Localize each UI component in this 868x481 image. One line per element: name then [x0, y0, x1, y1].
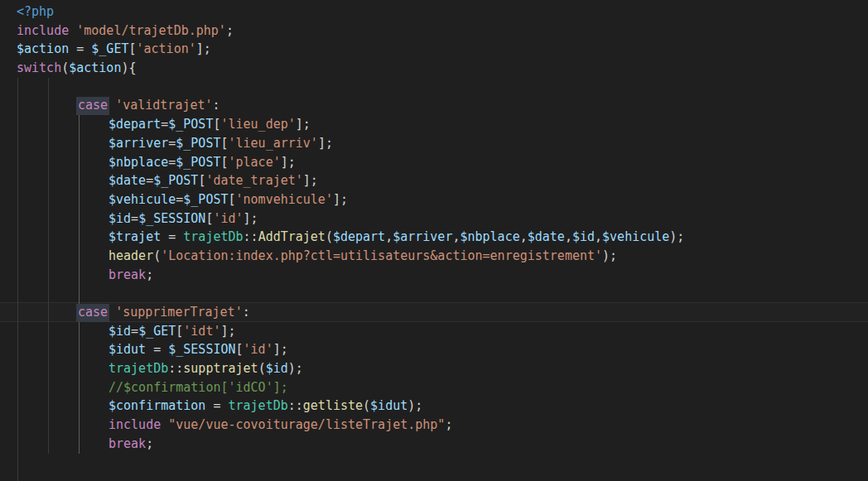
- token-punctuation: =: [205, 398, 228, 413]
- code-area[interactable]: <?phpinclude 'model/trajetDb.php';$actio…: [17, 2, 868, 481]
- token-variable: $idut: [370, 398, 407, 413]
- token-string: 'Location:index.php?ctl=utilisateurs&act…: [161, 248, 602, 263]
- token-variable: $_POST: [153, 173, 198, 188]
- code-line[interactable]: $idut = $_SESSION['id'];: [17, 340, 868, 359]
- token-class-name: trajetDb: [108, 361, 168, 376]
- token-punctuation: ;: [226, 23, 234, 38]
- token-punctuation: ,: [520, 229, 528, 244]
- token-punctuation: ];: [196, 41, 211, 56]
- token-variable: $date: [528, 229, 565, 244]
- code-line[interactable]: $nbplace=$_POST['place'];: [17, 153, 868, 172]
- token-variable: $_POST: [183, 192, 228, 207]
- token-variable: $_POST: [176, 155, 220, 170]
- token-punctuation: ];: [281, 155, 296, 170]
- code-editor: <?phpinclude 'model/trajetDb.php';$actio…: [0, 0, 868, 481]
- token-punctuation: =: [131, 324, 138, 339]
- code-line[interactable]: //$confirmation['idCO'];: [17, 378, 868, 397]
- token-punctuation: [: [176, 324, 183, 339]
- token-punctuation: ];: [318, 136, 333, 151]
- code-line[interactable]: <?php: [17, 2, 868, 22]
- token-punctuation: [: [236, 342, 244, 357]
- code-line[interactable]: [17, 284, 868, 303]
- code-line[interactable]: $confirmation = trajetDb::getliste($idut…: [17, 397, 868, 416]
- token-punctuation: (: [153, 248, 161, 263]
- token-punctuation: ];: [333, 192, 348, 207]
- token-punctuation: ];: [303, 173, 318, 188]
- code-line[interactable]: break;: [17, 435, 868, 454]
- token-punctuation: );: [669, 229, 684, 244]
- token-punctuation: ];: [273, 342, 288, 357]
- code-line[interactable]: [17, 472, 868, 481]
- token-punctuation: ;: [445, 417, 452, 432]
- token-punctuation: =: [176, 192, 183, 207]
- code-line[interactable]: $depart=$_POST['lieu_dep'];: [17, 115, 868, 134]
- token-string: 'validtrajet': [115, 98, 212, 113]
- token-keyword: break: [108, 267, 146, 282]
- token-variable: $_POST: [176, 136, 220, 151]
- token-string: 'date_trajet': [205, 173, 302, 188]
- token-keyword: include: [108, 417, 161, 432]
- token-variable: $nbplace: [460, 229, 519, 244]
- token-punctuation: ;: [146, 267, 153, 282]
- token-punctuation: ];: [220, 324, 235, 339]
- token-variable: $arriver: [393, 229, 452, 244]
- token-punctuation: );: [602, 248, 617, 263]
- token-variable: $id: [108, 211, 131, 226]
- token-punctuation: ){: [121, 60, 136, 75]
- code-line[interactable]: include 'model/trajetDb.php';: [17, 22, 868, 41]
- token-punctuation: ;: [146, 436, 153, 451]
- token-string: 'lieu_arriv': [229, 136, 318, 151]
- code-line[interactable]: trajetDb::supptrajet($id);: [17, 359, 868, 378]
- code-line[interactable]: $trajet = trajetDb::AddTrajet($depart,$a…: [17, 228, 868, 247]
- code-line[interactable]: $id=$_GET['idt'];: [17, 322, 868, 341]
- token-variable: $arriver: [108, 136, 168, 151]
- token-punctuation: =: [131, 211, 138, 226]
- token-punctuation: =: [168, 136, 176, 151]
- code-line[interactable]: $arriver=$_POST['lieu_arriv'];: [17, 134, 868, 153]
- token-variable: $vehicule: [602, 229, 669, 244]
- code-line[interactable]: $vehicule=$_POST['nomvehicule'];: [17, 190, 868, 209]
- token-function-name: AddTrajet: [258, 229, 326, 244]
- code-line[interactable]: [17, 454, 868, 473]
- token-punctuation: ,: [595, 229, 602, 244]
- token-punctuation: (: [326, 229, 333, 244]
- code-line[interactable]: switch($action){: [17, 59, 868, 78]
- code-line[interactable]: header('Location:index.php?ctl=utilisate…: [17, 247, 868, 266]
- token-punctuation: (: [363, 398, 370, 413]
- token-variable: $_POST: [168, 117, 213, 132]
- token-function-name: supptrajet: [183, 361, 258, 376]
- token-punctuation: :: [243, 305, 250, 320]
- token-variable: $trajet: [108, 229, 161, 244]
- code-line[interactable]: $action = $_GET['action'];: [17, 40, 868, 59]
- token-punctuation: [: [229, 192, 236, 207]
- token-variable: $id: [572, 229, 595, 244]
- code-line[interactable]: break;: [17, 266, 868, 285]
- token-variable: $idut: [108, 342, 146, 357]
- token-punctuation: );: [288, 361, 303, 376]
- token-punctuation: [: [220, 136, 228, 151]
- token-variable: $depart: [108, 117, 161, 132]
- code-line[interactable]: $date=$_POST['date_trajet'];: [17, 171, 868, 190]
- code-line[interactable]: case 'validtrajet':: [17, 96, 868, 115]
- token-string: 'idt': [183, 324, 220, 339]
- token-punctuation: (: [258, 361, 266, 376]
- token-punctuation: ,: [385, 229, 393, 244]
- token-punctuation: ::: [288, 398, 303, 413]
- code-line[interactable]: case 'supprimerTrajet':: [17, 303, 868, 322]
- token-keyword: break: [108, 436, 146, 451]
- code-line[interactable]: $id=$_SESSION['id'];: [17, 209, 868, 228]
- token-variable: $id: [108, 324, 131, 339]
- code-line[interactable]: include "vue/vue-covoiturage/listeTrajet…: [17, 416, 868, 435]
- token-punctuation: ::: [168, 361, 183, 376]
- token-punctuation: [108, 305, 115, 320]
- token-punctuation: ];: [296, 117, 311, 132]
- token-class-name: trajetDb: [229, 398, 288, 413]
- token-punctuation: [161, 417, 168, 432]
- token-keyword: include: [17, 23, 69, 38]
- token-variable: $nbplace: [108, 155, 168, 170]
- code-line[interactable]: [17, 78, 868, 97]
- token-function-name: header: [108, 248, 153, 263]
- token-keyword-highlighted: case: [76, 304, 109, 322]
- token-variable: $id: [266, 361, 288, 376]
- token-punctuation: [69, 23, 76, 38]
